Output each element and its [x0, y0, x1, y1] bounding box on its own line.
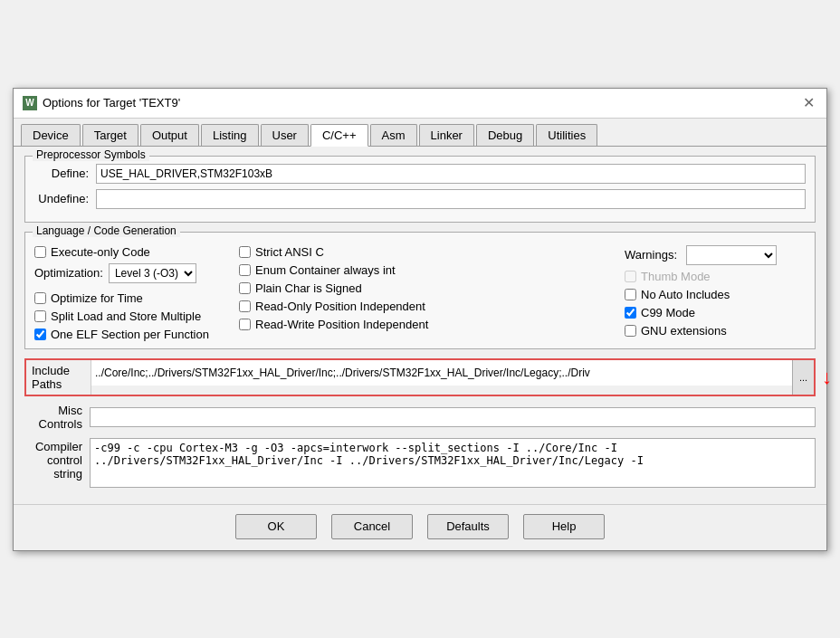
split-load-checkbox[interactable] [34, 310, 46, 322]
c99-mode-checkbox[interactable] [625, 307, 636, 319]
warnings-row: Warnings: [625, 245, 806, 265]
help-button[interactable]: Help [523, 514, 605, 539]
ok-button[interactable]: OK [235, 514, 317, 539]
col-mid: Strict ANSI C Enum Container always int … [239, 245, 619, 341]
compiler-control-row: Compiler control string -c99 -c -cpu Cor… [24, 438, 816, 488]
dialog-footer: OK Cancel Defaults Help [14, 504, 826, 550]
compiler-control-textarea[interactable]: -c99 -c -cpu Cortex-M3 -g -O3 -apcs=inte… [90, 438, 816, 488]
warnings-select[interactable] [686, 245, 777, 265]
preprocessor-group: Preprocessor Symbols Define: Undefine: [24, 156, 816, 223]
col-right: Warnings: Thumb Mode No Auto Includes [625, 245, 806, 341]
tab-cpp[interactable]: C/C++ [310, 124, 368, 147]
tab-device[interactable]: Device [21, 124, 81, 146]
execute-only-label: Execute-only Code [51, 245, 150, 259]
app-icon: W [23, 96, 37, 110]
defaults-button[interactable]: Defaults [427, 514, 509, 539]
strict-ansi-label: Strict ANSI C [255, 245, 324, 259]
gnu-extensions-checkbox[interactable] [625, 325, 636, 337]
tab-output[interactable]: Output [140, 124, 199, 146]
language-group: Language / Code Generation Execute-only … [24, 232, 816, 349]
include-paths-wrapper: Include Paths ... ↓ [24, 358, 816, 396]
execute-only-checkbox[interactable] [34, 246, 46, 258]
undefine-label: Undefine: [34, 192, 96, 205]
define-label: Define: [34, 167, 96, 180]
one-elf-row[interactable]: One ELF Section per Function [34, 328, 234, 341]
close-button[interactable]: ✕ [799, 94, 817, 112]
red-arrow-icon: ↓ [822, 366, 832, 389]
c99-mode-label: C99 Mode [641, 306, 695, 319]
misc-controls-row: Misc Controls [24, 404, 816, 431]
tab-target[interactable]: Target [82, 124, 138, 146]
strict-ansi-row[interactable]: Strict ANSI C [239, 245, 619, 259]
gnu-extensions-row[interactable]: GNU extensions [625, 324, 806, 338]
tab-debug[interactable]: Debug [476, 124, 534, 146]
define-row: Define: [34, 164, 806, 184]
tab-user[interactable]: User [261, 124, 309, 146]
split-load-row[interactable]: Split Load and Store Multiple [34, 309, 234, 323]
language-title: Language / Code Generation [33, 224, 180, 237]
no-auto-includes-row[interactable]: No Auto Includes [625, 288, 806, 301]
readwrite-pos-label: Read-Write Position Independent [255, 318, 428, 331]
no-auto-includes-checkbox[interactable] [625, 289, 636, 300]
options-dialog: W Options for Target 'TEXT9' ✕ Device Ta… [13, 88, 827, 551]
plain-char-checkbox[interactable] [239, 282, 251, 294]
cancel-button[interactable]: Cancel [331, 514, 413, 539]
enum-container-checkbox[interactable] [239, 264, 251, 276]
one-elf-checkbox[interactable] [34, 329, 46, 340]
include-paths-input[interactable] [91, 360, 792, 386]
tab-listing[interactable]: Listing [201, 124, 259, 146]
undefine-input[interactable] [96, 189, 806, 209]
no-auto-includes-label: No Auto Includes [641, 288, 730, 301]
title-bar: W Options for Target 'TEXT9' ✕ [14, 89, 826, 119]
compiler-control-label: Compiler control string [24, 438, 90, 481]
tab-bar: Device Target Output Listing User C/C++ … [14, 119, 826, 147]
language-grid: Execute-only Code Optimization: Level 3 … [34, 240, 806, 341]
thumb-mode-label: Thumb Mode [641, 270, 711, 283]
execute-only-row[interactable]: Execute-only Code [34, 245, 234, 259]
strict-ansi-checkbox[interactable] [239, 246, 251, 258]
title-bar-left: W Options for Target 'TEXT9' [23, 96, 180, 110]
optimization-label: Optimization: [34, 266, 103, 280]
misc-controls-label: Misc Controls [24, 404, 90, 431]
tab-asm[interactable]: Asm [370, 124, 417, 146]
misc-controls-input[interactable] [90, 407, 816, 427]
readonly-pos-label: Read-Only Position Independent [255, 300, 425, 313]
undefine-row: Undefine: [34, 189, 806, 209]
optimize-time-label: Optimize for Time [51, 291, 143, 305]
readwrite-pos-row[interactable]: Read-Write Position Independent [239, 318, 619, 331]
thumb-mode-row: Thumb Mode [625, 270, 806, 283]
c99-mode-row[interactable]: C99 Mode [625, 306, 806, 319]
col-left: Execute-only Code Optimization: Level 3 … [34, 245, 234, 341]
preprocessor-title: Preprocessor Symbols [33, 148, 149, 161]
plain-char-row[interactable]: Plain Char is Signed [239, 281, 619, 295]
one-elf-label: One ELF Section per Function [51, 328, 209, 341]
readonly-pos-row[interactable]: Read-Only Position Independent [239, 300, 619, 313]
readwrite-pos-checkbox[interactable] [239, 319, 251, 330]
include-paths-browse-button[interactable]: ... [792, 360, 814, 395]
warnings-label: Warnings: [625, 248, 677, 262]
enum-container-label: Enum Container always int [255, 263, 396, 277]
optimization-select[interactable]: Level 3 (-O3) [109, 263, 196, 283]
optimize-time-checkbox[interactable] [34, 292, 46, 304]
optimization-row: Optimization: Level 3 (-O3) [34, 263, 234, 283]
include-paths-label: Include Paths [26, 360, 91, 395]
readonly-pos-checkbox[interactable] [239, 300, 251, 312]
split-load-label: Split Load and Store Multiple [51, 309, 201, 323]
include-paths-section: Include Paths ... [24, 358, 816, 396]
gnu-extensions-label: GNU extensions [641, 324, 727, 338]
dialog-title: Options for Target 'TEXT9' [43, 96, 180, 110]
define-input[interactable] [96, 164, 806, 184]
main-content: Preprocessor Symbols Define: Undefine: L… [14, 147, 826, 504]
optimize-time-row[interactable]: Optimize for Time [34, 291, 234, 305]
plain-char-label: Plain Char is Signed [255, 281, 362, 295]
enum-container-row[interactable]: Enum Container always int [239, 263, 619, 277]
tab-linker[interactable]: Linker [419, 124, 474, 146]
thumb-mode-checkbox [625, 271, 636, 282]
tab-utilities[interactable]: Utilities [536, 124, 597, 146]
